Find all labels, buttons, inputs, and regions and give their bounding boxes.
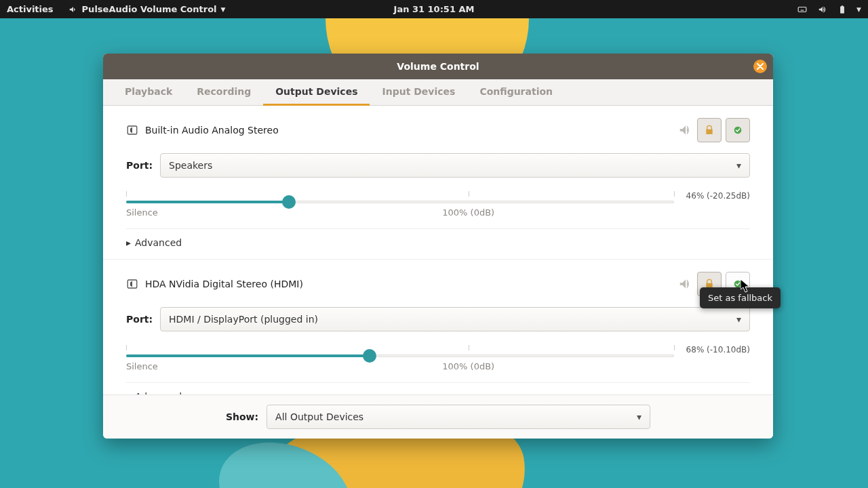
svg-point-2	[734, 127, 742, 134]
window-close-button[interactable]	[753, 60, 767, 73]
lock-channels-button[interactable]	[697, 118, 722, 142]
port-value: Speakers	[169, 160, 212, 171]
output-device-section: HDA NVidia Digital Stereo (HDMI)	[103, 259, 773, 394]
scale-silence-label: Silence	[126, 361, 158, 371]
tab-recording[interactable]: Recording	[184, 79, 263, 105]
expander-triangle-icon: ▸	[126, 391, 131, 394]
volume-slider-thumb[interactable]	[282, 195, 296, 209]
top-bar: Activities PulseAudio Volume Control ▼ J…	[0, 0, 868, 18]
port-dropdown[interactable]: Speakers ▾	[160, 153, 750, 178]
port-label: Port:	[126, 160, 153, 171]
advanced-expander[interactable]: ▸ Advanced	[126, 382, 750, 394]
battery-indicator-icon[interactable]	[837, 5, 847, 14]
chevron-down-icon: ▾	[637, 411, 642, 422]
volume-slider[interactable]	[126, 201, 674, 203]
show-label: Show:	[226, 411, 258, 422]
volume-control-window: Volume Control Playback Recording Output…	[103, 54, 773, 439]
window-titlebar[interactable]: Volume Control	[103, 54, 773, 79]
keyboard-indicator-icon[interactable]	[797, 5, 808, 14]
tab-input-devices[interactable]: Input Devices	[370, 79, 467, 105]
pavucontrol-app-icon	[68, 5, 78, 14]
volume-slider-thumb[interactable]	[363, 349, 376, 363]
mute-button[interactable]	[678, 123, 693, 138]
system-menu-chevron-icon[interactable]: ▼	[856, 6, 861, 13]
app-menu[interactable]: PulseAudio Volume Control ▼	[68, 4, 226, 14]
volume-readout: 68% (-10.10dB)	[686, 345, 750, 354]
chevron-down-icon: ▾	[736, 314, 741, 325]
scale-silence-label: Silence	[126, 207, 158, 218]
port-label: Port:	[126, 314, 153, 325]
volume-readout: 46% (-20.25dB)	[686, 191, 750, 201]
mute-button[interactable]	[678, 277, 693, 291]
device-name: Built-in Audio Analog Stereo	[145, 125, 279, 136]
svg-rect-0	[798, 7, 806, 12]
scale-100-label: 100% (0dB)	[442, 361, 494, 371]
window-title: Volume Control	[397, 61, 479, 72]
port-value: HDMI / DisplayPort (plugged in)	[169, 314, 318, 325]
device-list: Built-in Audio Analog Stereo	[103, 106, 773, 394]
advanced-label: Advanced	[135, 391, 182, 394]
port-dropdown[interactable]: HDMI / DisplayPort (plugged in) ▾	[160, 307, 750, 331]
tab-output-devices[interactable]: Output Devices	[263, 79, 370, 106]
svg-point-4	[734, 281, 742, 288]
set-fallback-button[interactable]	[726, 118, 750, 142]
advanced-label: Advanced	[135, 237, 182, 248]
audio-card-icon	[126, 124, 138, 136]
app-menu-label: PulseAudio Volume Control	[82, 4, 217, 14]
desktop-wallpaper: Volume Control Playback Recording Output…	[0, 18, 868, 488]
volume-indicator-icon[interactable]	[817, 5, 828, 14]
expander-triangle-icon: ▸	[126, 237, 131, 248]
volume-slider[interactable]	[126, 354, 674, 357]
device-name: HDA NVidia Digital Stereo (HDMI)	[145, 279, 303, 289]
clock[interactable]: Jan 31 10:51 AM	[394, 4, 475, 14]
chevron-down-icon: ▾	[736, 160, 741, 171]
show-filter-dropdown[interactable]: All Output Devices ▾	[267, 405, 650, 429]
audio-card-icon	[126, 278, 138, 290]
output-device-section: Built-in Audio Analog Stereo	[103, 106, 773, 259]
scale-100-label: 100% (0dB)	[442, 207, 494, 218]
chevron-down-icon: ▼	[221, 6, 226, 13]
activities-button[interactable]: Activities	[7, 4, 54, 14]
tooltip: Set as fallback	[700, 287, 781, 308]
tab-bar: Playback Recording Output Devices Input …	[103, 79, 773, 106]
tab-playback[interactable]: Playback	[113, 79, 184, 105]
show-filter-value: All Output Devices	[275, 411, 363, 422]
tab-configuration[interactable]: Configuration	[467, 79, 565, 105]
footer-bar: Show: All Output Devices ▾	[103, 394, 773, 439]
advanced-expander[interactable]: ▸ Advanced	[126, 228, 750, 259]
